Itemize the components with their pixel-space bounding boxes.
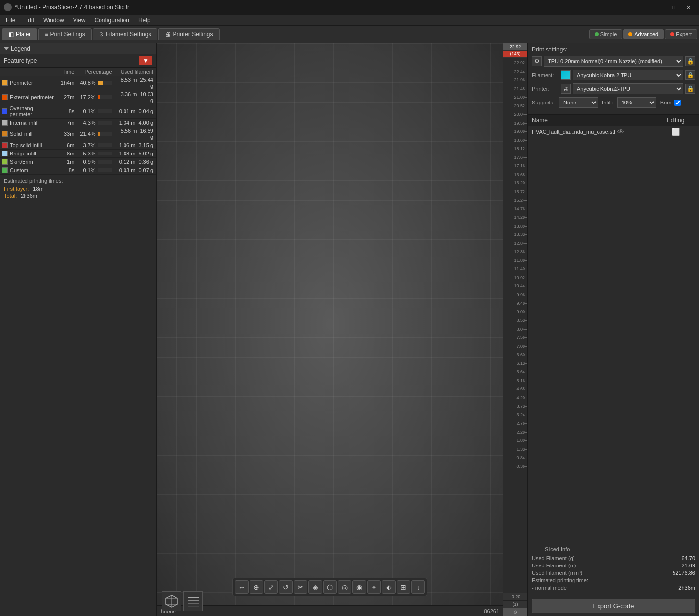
supports-select[interactable]: None — [559, 97, 598, 108]
tool-hollow[interactable]: ◎ — [338, 580, 351, 594]
mode-expert[interactable]: Expert — [665, 29, 697, 39]
brim-checkbox[interactable] — [674, 100, 681, 106]
legend-title: Legend — [11, 45, 30, 52]
legend-name-5: Top solid infill — [10, 142, 42, 148]
cube-view-btn[interactable] — [162, 591, 181, 611]
legend-cell-time-8: 8s — [58, 166, 77, 175]
simple-dot — [595, 32, 599, 36]
legend-cell-fil-0: 8.53 m 25.44 g — [115, 76, 156, 90]
menu-file[interactable]: File — [2, 16, 19, 25]
legend-cell-fil-4: 5.56 m 16.59 g — [115, 127, 156, 141]
bar-fill-0 — [98, 81, 103, 85]
legend-cell-time-7: 1m — [58, 158, 77, 166]
tool-layers[interactable]: ⊞ — [397, 580, 410, 594]
ruler: 22.92 (143) 22.9222.4421.9621.4821.0020.… — [503, 43, 527, 616]
legend-cell-pct-2: 0.1% — [77, 104, 115, 119]
filament-label: Filament: — [532, 72, 559, 78]
tool-fdm-supports[interactable]: ◈ — [308, 580, 322, 594]
supports-label: Supports: — [532, 100, 555, 105]
tab-plater-label: Plater — [16, 31, 31, 38]
legend-collapse-icon[interactable] — [4, 47, 9, 50]
color-swatch-6 — [2, 151, 8, 156]
tab-plater[interactable]: ◧ Plater — [2, 28, 37, 40]
eye-icon-0[interactable]: 👁 — [617, 128, 624, 136]
legend-cell-name-7: Skirt/Brim — [0, 158, 58, 166]
edit-icon-0[interactable]: ⬜ — [672, 128, 680, 136]
menu-edit[interactable]: Edit — [20, 16, 38, 25]
printer-icon: 🖨 — [165, 31, 171, 38]
tool-place-on-face[interactable]: ⌖ — [367, 580, 381, 594]
plater-icon: ◧ — [8, 31, 14, 38]
sliced-row-1: Used Filament (m) 21.69 — [532, 563, 695, 568]
tool-cut[interactable]: ✂ — [294, 580, 307, 594]
legend-body: Perimeter 1h4m 40.8% 8.53 m 25.44 g Exte… — [0, 76, 156, 175]
legend-cell-pct-4: 21.4% — [77, 127, 115, 141]
export-gcode-button[interactable]: Export G-code — [532, 599, 695, 613]
printer-select[interactable]: Anycubic Kobra2-TPU — [573, 83, 683, 94]
legend-cell-pct-3: 4.3% — [77, 119, 115, 127]
tool-variable-layer[interactable]: ⬖ — [382, 580, 396, 594]
filament-icon: ⊙ — [99, 31, 104, 38]
tab-printer-settings[interactable]: 🖨 Printer Settings — [158, 28, 219, 40]
objects-table: Name Editing HVAC_fault_dia...nda_mu_cas… — [528, 114, 699, 329]
estimated-times: Estimated printing times: First layer: 1… — [0, 175, 156, 202]
mode-simple[interactable]: Simple — [589, 29, 623, 39]
legend-cell-fil-5: 1.06 m 3.15 g — [115, 141, 156, 150]
tool-rotate[interactable]: ⤢ — [264, 580, 278, 594]
tool-seam[interactable]: ⬡ — [323, 580, 337, 594]
infill-select[interactable]: 10% — [617, 97, 656, 108]
layers-view-btn[interactable] — [183, 591, 203, 611]
mode-expert-label: Expert — [676, 31, 692, 37]
menu-view[interactable]: View — [69, 16, 90, 25]
tool-scale[interactable]: ⊕ — [250, 580, 263, 594]
legend-row-0: Perimeter 1h4m 40.8% 8.53 m 25.44 g — [0, 76, 156, 90]
col-name-header: Name — [532, 117, 656, 124]
bar-fill-6 — [98, 152, 99, 155]
viewport[interactable]: ↔ ⊕ ⤢ ↺ ✂ ◈ ⬡ ◎ ◉ ⌖ ⬖ ⊞ ↓ — [157, 43, 503, 616]
legend-name-7: Skirt/Brim — [10, 159, 33, 165]
menu-window[interactable]: Window — [39, 16, 68, 25]
legend-cell-fil-3: 1.34 m 4.00 g — [115, 119, 156, 127]
bar-4 — [98, 132, 112, 136]
legend-header: Legend — [0, 43, 156, 54]
legend-name-3: Internal infill — [10, 120, 39, 126]
ruler-settings-icon[interactable]: ⚙ — [503, 608, 527, 616]
bar-2 — [98, 109, 112, 113]
profile-select[interactable]: TPU 0.20mm Normal(0.4mm Nozzle) (modifie… — [544, 56, 683, 67]
profile-settings-icon[interactable]: ⚙ — [532, 56, 542, 66]
tool-arrange[interactable]: ↓ — [411, 580, 425, 594]
legend-row-8: Custom 8s 0.1% 0.03 m 0.07 g — [0, 166, 156, 175]
tab-filament-settings[interactable]: ⊙ Filament Settings — [93, 28, 158, 40]
maximize-button[interactable]: □ — [667, 2, 680, 12]
profile-lock-icon[interactable]: 🔒 — [685, 56, 695, 66]
tab-print-settings[interactable]: ≡ Print Settings — [38, 28, 91, 40]
tool-flip[interactable]: ↺ — [279, 580, 293, 594]
total-time-row: Total: 2h36m — [4, 193, 152, 199]
menu-configuration[interactable]: Configuration — [91, 16, 133, 25]
close-button[interactable]: ✕ — [681, 2, 695, 12]
filament-select[interactable]: Anycubic Kobra 2 TPU — [573, 70, 683, 80]
legend-cell-time-3: 7m — [58, 119, 77, 127]
printer-lock-icon[interactable]: 🔒 — [685, 84, 695, 94]
window-title: *Untitled - PrusaSlicer-2.7.4 based on S… — [15, 4, 129, 11]
svg-rect-30 — [188, 606, 199, 607]
minimize-button[interactable]: — — [652, 2, 666, 12]
filament-lock-icon[interactable]: 🔒 — [685, 70, 695, 80]
printer-icon[interactable]: 🖨 — [561, 84, 571, 94]
legend-cell-name-3: Internal infill — [0, 119, 58, 127]
printer-row: Printer: 🖨 Anycubic Kobra2-TPU 🔒 — [532, 83, 695, 94]
tool-3d-preview[interactable]: ◉ — [352, 580, 366, 594]
color-swatch-5 — [2, 142, 8, 148]
legend-cell-time-1: 27m — [58, 90, 77, 104]
app-icon — [4, 3, 12, 11]
bar-0 — [98, 81, 112, 85]
tool-move[interactable]: ↔ — [235, 580, 249, 594]
filament-row: Filament: Anycubic Kobra 2 TPU 🔒 — [532, 70, 695, 80]
bottom-right-num: 86261 — [484, 608, 499, 614]
mode-advanced[interactable]: Advanced — [623, 29, 664, 39]
legend-row-3: Internal infill 7m 4.3% 1.34 m 4.00 g — [0, 119, 156, 127]
sliced-dash-left: —— — [532, 546, 543, 552]
feature-type-dropdown[interactable]: ▼ — [139, 56, 152, 65]
menu-help[interactable]: Help — [134, 16, 154, 25]
legend-cell-pct-8: 0.1% — [77, 166, 115, 175]
